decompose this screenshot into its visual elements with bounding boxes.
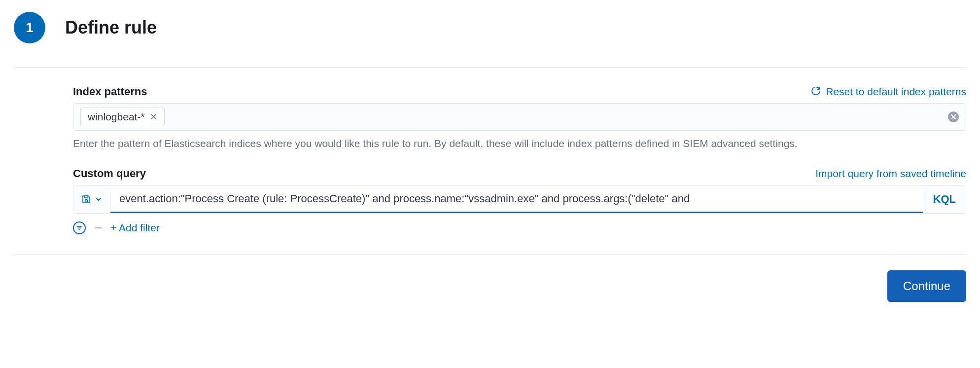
saved-query-menu-button[interactable] [73,185,110,213]
add-filter-button[interactable]: + Add filter [110,222,160,234]
save-icon [81,194,91,204]
filter-bar: + Add filter [73,221,966,234]
page-title: Define rule [65,17,157,38]
index-patterns-input[interactable]: winlogbeat-* ✕ [73,103,966,131]
custom-query-label: Custom query [73,167,146,180]
footer: Continue [14,255,966,302]
index-patterns-header: Index patterns Reset to default index pa… [73,85,966,98]
query-bar: KQL [73,185,966,214]
form-section: Index patterns Reset to default index pa… [14,85,966,255]
query-input[interactable] [110,185,923,213]
index-patterns-label: Index patterns [73,85,147,98]
filter-options-icon[interactable] [73,221,86,234]
import-query-link[interactable]: Import query from saved timeline [815,168,966,180]
pill-label: winlogbeat-* [88,111,145,123]
chevron-down-icon [95,196,102,203]
index-patterns-help-text: Enter the pattern of Elasticsearch indic… [73,138,966,149]
step-number-badge: 1 [14,12,45,43]
svg-rect-0 [84,196,87,198]
query-language-button[interactable]: KQL [923,185,966,213]
pill-remove-icon[interactable]: ✕ [150,112,157,121]
continue-button[interactable]: Continue [887,270,966,302]
index-pattern-pill[interactable]: winlogbeat-* ✕ [80,108,165,126]
step-header: 1 Define rule [14,12,966,68]
svg-point-1 [85,200,88,202]
custom-query-header: Custom query Import query from saved tim… [73,167,966,180]
refresh-icon [811,87,821,97]
reset-link-text: Reset to default index patterns [826,86,966,98]
reset-index-patterns-link[interactable]: Reset to default index patterns [811,86,966,98]
clear-all-icon[interactable] [948,111,959,122]
filter-separator [95,227,102,228]
import-link-text: Import query from saved timeline [815,168,966,180]
